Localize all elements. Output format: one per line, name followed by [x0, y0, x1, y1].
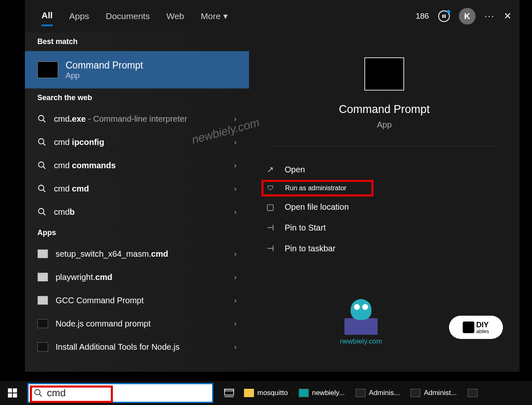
start-button[interactable] [0, 381, 25, 405]
chevron-down-icon: ▾ [223, 11, 228, 21]
search-web-label: Search the web [25, 88, 249, 107]
laptop-icon [344, 318, 378, 335]
web-result-cmd-exe[interactable]: cmd.exe - Command-line interpreter › [25, 107, 249, 130]
svg-rect-0 [442, 15, 444, 18]
terminal-icon [37, 342, 48, 351]
chevron-right-icon: › [234, 296, 237, 305]
open-icon: ↗ [265, 164, 276, 174]
shield-icon: 🛡 [265, 184, 276, 192]
web-result-commands[interactable]: cmd commands › [25, 154, 249, 177]
chevron-right-icon: › [234, 161, 237, 170]
chevron-right-icon: › [234, 184, 237, 193]
detail-title: Command Prompt [339, 103, 430, 116]
content-area: Best match Command Prompt App Search the… [25, 32, 520, 372]
file-icon [37, 272, 48, 282]
action-open[interactable]: ↗ Open [261, 159, 507, 180]
header-tabs: All Apps Documents Web More ▾ 186 K ··· … [25, 0, 520, 32]
action-pin-taskbar[interactable]: ⊣ Pin to taskbar [261, 238, 507, 259]
search-icon [37, 114, 46, 123]
chevron-right-icon: › [234, 343, 237, 351]
taskbar-item-mosquitto[interactable]: mosquitto [240, 384, 292, 402]
detail-subtitle: App [377, 120, 392, 130]
search-icon [34, 388, 43, 398]
diy-logo-icon [463, 322, 474, 333]
tab-all[interactable]: All [41, 6, 53, 26]
terminal-icon [37, 319, 48, 328]
arduino-icon [299, 389, 309, 397]
diyables-logo: DIY ables [449, 316, 503, 339]
action-pin-start[interactable]: ⊣ Pin to Start [261, 217, 507, 238]
header-right: 186 K ··· ✕ [416, 8, 511, 25]
folder-icon [244, 389, 254, 397]
tab-more[interactable]: More ▾ [201, 7, 228, 25]
web-result-cmd-cmd[interactable]: cmd cmd › [25, 177, 249, 200]
svg-rect-1 [444, 15, 446, 18]
taskbar-item-extra[interactable] [464, 384, 478, 402]
pin-icon: ⊣ [265, 243, 276, 253]
svg-point-2 [39, 115, 44, 121]
chevron-right-icon: › [234, 115, 237, 123]
svg-point-8 [39, 185, 44, 191]
pin-icon: ⊣ [265, 223, 276, 233]
svg-point-6 [39, 162, 44, 167]
apps-label: Apps [25, 223, 249, 242]
svg-rect-15 [225, 389, 234, 391]
app-result-playwright[interactable]: playwright.cmd › [25, 265, 249, 289]
tab-documents[interactable]: Documents [106, 7, 150, 25]
app-result-setup-switch[interactable]: setup_switch_x64_masm.cmd › [25, 242, 249, 265]
terminal-icon [410, 389, 420, 397]
svg-line-3 [43, 120, 46, 123]
action-open-file-location[interactable]: ▢ Open file location [261, 196, 507, 217]
more-options-icon[interactable]: ··· [485, 11, 495, 22]
search-icon [37, 184, 46, 193]
app-result-gcc[interactable]: GCC Command Prompt › [25, 289, 249, 312]
tab-apps[interactable]: Apps [69, 7, 89, 25]
best-match-title: Command Prompt [66, 60, 143, 71]
results-column: Best match Command Prompt App Search the… [25, 32, 249, 372]
file-icon [37, 249, 48, 258]
user-avatar[interactable]: K [459, 8, 476, 25]
medal-icon[interactable] [438, 10, 450, 22]
rewards-points: 186 [416, 12, 429, 21]
taskbar-search-input[interactable] [47, 387, 88, 399]
file-icon [37, 296, 48, 305]
svg-line-13 [39, 394, 42, 397]
taskbar-item-admin-2[interactable]: Administ... [406, 384, 461, 402]
taskbar-search-box[interactable] [27, 383, 213, 403]
svg-point-12 [35, 390, 40, 395]
chevron-right-icon: › [234, 319, 237, 328]
best-match-result[interactable]: Command Prompt App [25, 51, 249, 88]
svg-point-4 [39, 139, 44, 144]
app-large-icon [364, 57, 404, 91]
action-run-administrator[interactable]: 🛡 Run as administrator [261, 180, 373, 196]
svg-line-5 [43, 143, 46, 146]
taskbar-item-admin-1[interactable]: Adminis... [351, 384, 404, 402]
app-result-install-tools[interactable]: Install Additional Tools for Node.js › [25, 335, 249, 358]
svg-rect-14 [225, 389, 234, 395]
search-icon [37, 137, 46, 147]
task-view-button[interactable] [221, 385, 237, 401]
search-icon [37, 161, 46, 170]
svg-point-10 [39, 209, 44, 214]
newbiely-link-text: newbiely.com [340, 337, 382, 346]
chevron-right-icon: › [234, 250, 237, 258]
folder-icon: ▢ [265, 202, 276, 212]
chevron-right-icon: › [234, 273, 237, 282]
windows-logo-icon [8, 388, 17, 398]
svg-line-7 [43, 167, 46, 169]
terminal-icon [356, 389, 366, 397]
taskbar-item-newbiely[interactable]: newbiely... [295, 384, 349, 402]
actions-list: ↗ Open 🛡 Run as administrator ▢ Open fil… [249, 159, 520, 259]
best-match-label: Best match [25, 32, 249, 51]
app-result-nodejs[interactable]: Node.js command prompt › [25, 312, 249, 335]
search-panel: All Apps Documents Web More ▾ 186 K ··· … [25, 0, 520, 372]
tab-web[interactable]: Web [166, 7, 184, 25]
close-button[interactable]: ✕ [504, 11, 511, 22]
svg-line-9 [43, 190, 46, 192]
command-prompt-icon [37, 61, 58, 78]
web-result-ipconfig[interactable]: cmd ipconfig › [25, 130, 249, 154]
web-result-cmdb[interactable]: cmdb › [25, 200, 249, 223]
svg-line-11 [43, 213, 46, 216]
search-icon [37, 207, 46, 216]
best-match-subtitle: App [66, 71, 143, 80]
